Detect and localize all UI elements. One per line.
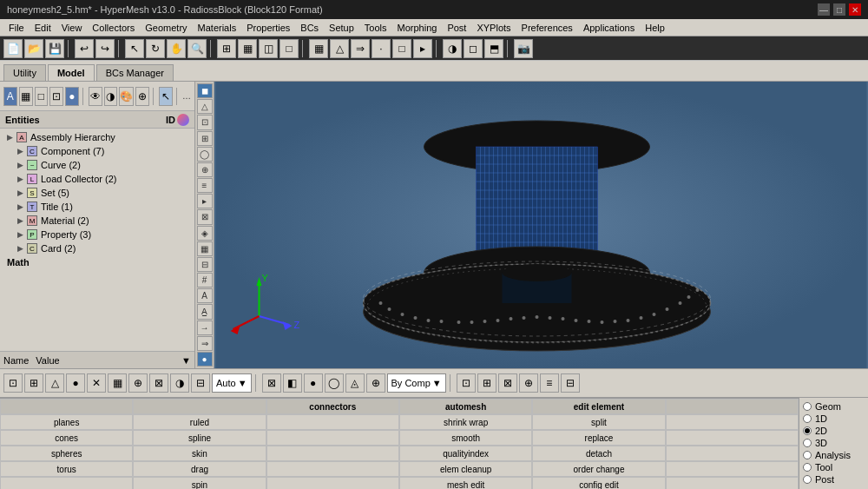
side-btn-18[interactable]: ● xyxy=(197,352,213,367)
side-btn-4[interactable]: ⊞ xyxy=(197,131,213,146)
entity-assembly[interactable]: ▶ A Assembly Hierarchy xyxy=(0,130,194,144)
bt-5[interactable]: ✕ xyxy=(87,373,106,393)
side-btn-9[interactable]: ⊠ xyxy=(197,209,213,224)
expand-icon[interactable]: ▼ xyxy=(181,355,191,366)
cmd-shrink-wrap[interactable]: shrink wrap xyxy=(399,414,532,430)
radio-analysis[interactable]: Analysis xyxy=(803,450,865,460)
viewport[interactable]: Model Info: C:/Users/VAIBHAV/Desktop/hm … xyxy=(214,82,868,368)
menu-properties[interactable]: Properties xyxy=(241,22,295,34)
bt-7[interactable]: ⊕ xyxy=(128,373,148,393)
radio-post[interactable]: Post xyxy=(803,474,865,485)
auto-select[interactable]: Auto ▼ xyxy=(212,373,252,393)
bt-19[interactable]: ⊠ xyxy=(498,373,517,393)
geom-button[interactable]: △ xyxy=(330,39,349,58)
redo-button[interactable]: ↪ xyxy=(95,39,115,58)
side-btn-8[interactable]: ▸ xyxy=(197,194,213,208)
comp4-btn[interactable]: ● xyxy=(65,87,79,106)
save-button[interactable]: 💾 xyxy=(45,39,64,58)
open-button[interactable]: 📂 xyxy=(24,39,43,58)
entity-component[interactable]: ▶ C Component (7) xyxy=(0,144,194,158)
menu-file[interactable]: File xyxy=(3,22,30,34)
cmd-elem-cleanup[interactable]: elem cleanup xyxy=(399,461,532,477)
bt-12[interactable]: ◧ xyxy=(283,373,302,393)
fit-button[interactable]: ⊞ xyxy=(217,39,236,58)
bt-16[interactable]: ⊕ xyxy=(366,373,385,393)
bt-17[interactable]: ⊡ xyxy=(457,373,476,393)
cmd-smooth[interactable]: smooth xyxy=(399,430,532,446)
menu-edit[interactable]: Edit xyxy=(30,22,56,34)
entity-card[interactable]: ▶ C Card (2) xyxy=(0,241,194,255)
side-btn-14[interactable]: A xyxy=(197,288,213,303)
cmd-order-change[interactable]: order change xyxy=(532,461,665,477)
cmd-replace[interactable]: replace xyxy=(532,430,665,446)
menu-materials[interactable]: Materials xyxy=(193,22,242,34)
entity-set[interactable]: ▶ S Set (5) xyxy=(0,186,194,200)
radio-geom[interactable]: Geom xyxy=(803,401,865,412)
zoom-button[interactable]: 🔍 xyxy=(187,39,207,58)
minimize-button[interactable]: — xyxy=(818,3,830,16)
cursor-btn[interactable]: ↖ xyxy=(159,87,173,106)
view3-button[interactable]: □ xyxy=(279,39,299,58)
bt-20[interactable]: ⊕ xyxy=(519,373,538,393)
wire-button[interactable]: ◻ xyxy=(464,39,483,58)
menu-tools[interactable]: Tools xyxy=(359,22,392,34)
cmd-mesh-edit[interactable]: mesh edit xyxy=(399,477,532,489)
entity-curve[interactable]: ▶ ~ Curve (2) xyxy=(0,158,194,172)
select-button[interactable]: ↖ xyxy=(125,39,144,58)
shade-button[interactable]: ◑ xyxy=(443,39,462,58)
cmd-cones[interactable]: cones xyxy=(0,430,133,446)
id-button[interactable]: ID xyxy=(166,114,189,126)
bt-3[interactable]: △ xyxy=(45,373,64,393)
bt-18[interactable]: ⊞ xyxy=(477,373,496,393)
bt-2[interactable]: ⊞ xyxy=(24,373,43,393)
side-btn-16[interactable]: → xyxy=(197,320,213,335)
side-btn-12[interactable]: ⊟ xyxy=(197,257,213,272)
bt-21[interactable]: ≡ xyxy=(540,373,559,393)
tab-model[interactable]: Model xyxy=(48,64,95,81)
display-btn[interactable]: ⊕ xyxy=(135,87,149,106)
cmd-quality[interactable]: qualityindex xyxy=(399,446,532,461)
side-btn-6[interactable]: ⊕ xyxy=(197,162,213,177)
radio-1d[interactable]: 1D xyxy=(803,413,865,424)
bt-8[interactable]: ⊠ xyxy=(149,373,168,393)
shade-l-btn[interactable]: ◑ xyxy=(104,87,118,106)
bt-6[interactable]: ▦ xyxy=(108,373,127,393)
tab-utility[interactable]: Utility xyxy=(3,64,46,81)
radio-3d[interactable]: 3D xyxy=(803,438,865,448)
entity-material[interactable]: ▶ M Material (2) xyxy=(0,214,194,228)
menu-help[interactable]: Help xyxy=(640,22,670,34)
bc-button[interactable]: ⇒ xyxy=(351,39,370,58)
rotate-button[interactable]: ↻ xyxy=(146,39,165,58)
eye-btn[interactable]: 👁 xyxy=(89,87,102,106)
side-btn-5[interactable]: ◯ xyxy=(197,147,213,162)
pan-button[interactable]: ✋ xyxy=(167,39,186,58)
menu-post[interactable]: Post xyxy=(442,22,471,34)
assembly-btn[interactable]: A xyxy=(3,87,17,106)
menu-collectors[interactable]: Collectors xyxy=(87,22,140,34)
comp-button[interactable]: ⬒ xyxy=(484,39,503,58)
menu-xyplots[interactable]: XYPlots xyxy=(471,22,516,34)
camera-button[interactable]: 📷 xyxy=(514,39,533,58)
side-btn-10[interactable]: ◈ xyxy=(197,226,213,241)
side-btn-1[interactable]: ◼ xyxy=(197,83,213,98)
view1-button[interactable]: ▦ xyxy=(238,39,257,58)
color-btn[interactable]: 🎨 xyxy=(119,87,134,106)
entity-load[interactable]: ▶ L Load Collector (2) xyxy=(0,172,194,186)
mesh-button[interactable]: ▦ xyxy=(309,39,328,58)
comp-view-btn[interactable]: ▦ xyxy=(19,87,33,106)
bt-13[interactable]: ● xyxy=(304,373,323,393)
bt-1[interactable]: ⊡ xyxy=(3,373,23,393)
bt-4[interactable]: ● xyxy=(66,373,85,393)
cmd-split[interactable]: split xyxy=(532,414,665,430)
cmd-spin[interactable]: spin xyxy=(133,477,266,489)
cmd-ruled[interactable]: ruled xyxy=(133,414,266,430)
cmd-config-edit[interactable]: config edit xyxy=(532,477,665,489)
bt-10[interactable]: ⊟ xyxy=(191,373,210,393)
cmd-spheres[interactable]: spheres xyxy=(0,446,133,461)
bt-11[interactable]: ⊠ xyxy=(262,373,281,393)
view2-button[interactable]: ◫ xyxy=(259,39,278,58)
comp2-btn[interactable]: □ xyxy=(35,87,49,106)
side-btn-3[interactable]: ⊡ xyxy=(197,115,213,129)
side-btn-2[interactable]: △ xyxy=(197,99,213,114)
more-button[interactable]: ▸ xyxy=(413,39,432,58)
